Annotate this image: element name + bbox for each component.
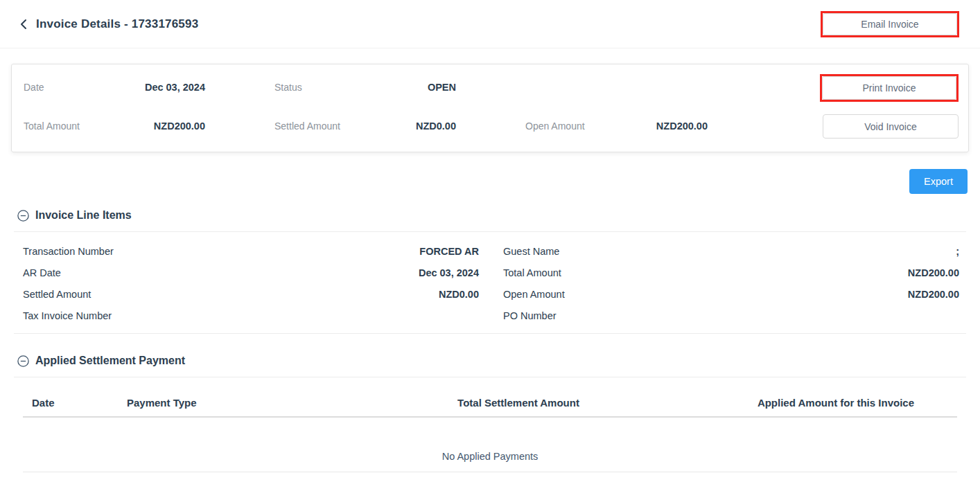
export-button[interactable]: Export: [909, 169, 968, 194]
field-value: NZD0.00: [439, 289, 479, 300]
page-header: Invoice Details - 1733176593 Email Invoi…: [0, 0, 980, 48]
field-value: FORCED AR: [419, 246, 479, 257]
field-value: NZD0.00: [416, 120, 456, 132]
title-group: Invoice Details - 1733176593: [19, 17, 198, 31]
invoice-summary-card: Date Dec 03, 2024 Status OPEN Total Amou…: [11, 64, 969, 152]
summary-field-date: Date Dec 03, 2024: [24, 82, 205, 93]
summary-field-settled-amount: Settled Amount NZD0.00: [274, 120, 456, 132]
field-label: Guest Name: [503, 246, 559, 257]
field-value: Dec 03, 2024: [145, 82, 205, 93]
applied-payments-table: Date Payment Type Total Settlement Amoun…: [23, 389, 957, 472]
summary-field-open-amount: Open Amount NZD200.00: [525, 120, 708, 132]
field-label: PO Number: [503, 310, 557, 321]
section-title: Applied Settlement Payment: [35, 355, 185, 367]
summary-field-total-amount: Total Amount NZD200.00: [24, 120, 205, 132]
field-label: Tax Invoice Number: [23, 310, 112, 321]
field-value: NZD200.00: [656, 120, 708, 132]
print-invoice-annotation: Print Invoice: [820, 74, 959, 102]
print-invoice-button[interactable]: Print Invoice: [822, 76, 956, 100]
field-guest-name: Guest Name ;: [503, 240, 959, 262]
field-label: Date: [24, 82, 44, 93]
field-ar-date: AR Date Dec 03, 2024: [23, 262, 479, 283]
field-value: ;: [956, 246, 959, 257]
field-label: Total Amount: [503, 267, 561, 278]
field-label: Settled Amount: [23, 289, 91, 300]
summary-field-status: Status OPEN: [274, 82, 456, 93]
divider: [14, 377, 966, 377]
field-value: Dec 03, 2024: [419, 267, 479, 278]
summary-grid: Date Dec 03, 2024 Status OPEN Total Amou…: [24, 74, 708, 139]
export-row: Export: [12, 169, 968, 194]
summary-actions: Print Invoice Void Invoice: [820, 74, 959, 139]
empty-state-message: No Applied Payments: [23, 418, 957, 472]
field-transaction-number: Transaction Number FORCED AR: [23, 240, 479, 262]
status-value: OPEN: [428, 82, 456, 93]
email-invoice-button[interactable]: Email Invoice: [823, 13, 957, 35]
divider: [14, 231, 966, 232]
field-label: Transaction Number: [23, 246, 114, 257]
field-label: Total Amount: [24, 120, 80, 132]
minus-circle-icon[interactable]: [17, 355, 29, 367]
field-tax-invoice-number: Tax Invoice Number: [23, 305, 479, 326]
back-chevron-icon[interactable]: [19, 19, 28, 30]
divider: [14, 333, 966, 334]
field-label: Open Amount: [525, 120, 585, 132]
field-label: Status: [274, 82, 302, 93]
email-invoice-annotation: Email Invoice: [821, 11, 959, 37]
fields-column-right: Guest Name ; Total Amount NZD200.00 Open…: [503, 240, 959, 326]
field-label: Open Amount: [503, 289, 565, 300]
field-label: AR Date: [23, 267, 61, 278]
void-invoice-button[interactable]: Void Invoice: [823, 114, 959, 139]
fields-column-left: Transaction Number FORCED AR AR Date Dec…: [23, 240, 479, 326]
field-label: Settled Amount: [274, 120, 340, 132]
line-items-fields: Transaction Number FORCED AR AR Date Dec…: [23, 240, 959, 326]
field-value: NZD200.00: [908, 289, 959, 300]
field-open-amount: Open Amount NZD200.00: [503, 283, 959, 305]
section-title: Invoice Line Items: [35, 209, 132, 222]
field-value: NZD200.00: [154, 120, 205, 132]
field-po-number: PO Number: [503, 305, 959, 326]
applied-payments-section-header: Applied Settlement Payment: [17, 355, 980, 367]
table-header-row: Date Payment Type Total Settlement Amoun…: [23, 389, 957, 416]
column-header-date: Date: [32, 397, 127, 409]
column-header-applied-amount: Applied Amount for this Invoice: [667, 397, 957, 409]
column-header-total-settlement-amount: Total Settlement Amount: [369, 397, 667, 409]
line-items-section-header: Invoice Line Items: [17, 209, 980, 222]
field-settled-amount: Settled Amount NZD0.00: [23, 283, 479, 305]
page-title: Invoice Details - 1733176593: [36, 17, 198, 31]
field-value: NZD200.00: [908, 267, 959, 278]
field-total-amount: Total Amount NZD200.00: [503, 262, 959, 283]
column-header-payment-type: Payment Type: [127, 397, 369, 409]
minus-circle-icon[interactable]: [17, 210, 29, 222]
